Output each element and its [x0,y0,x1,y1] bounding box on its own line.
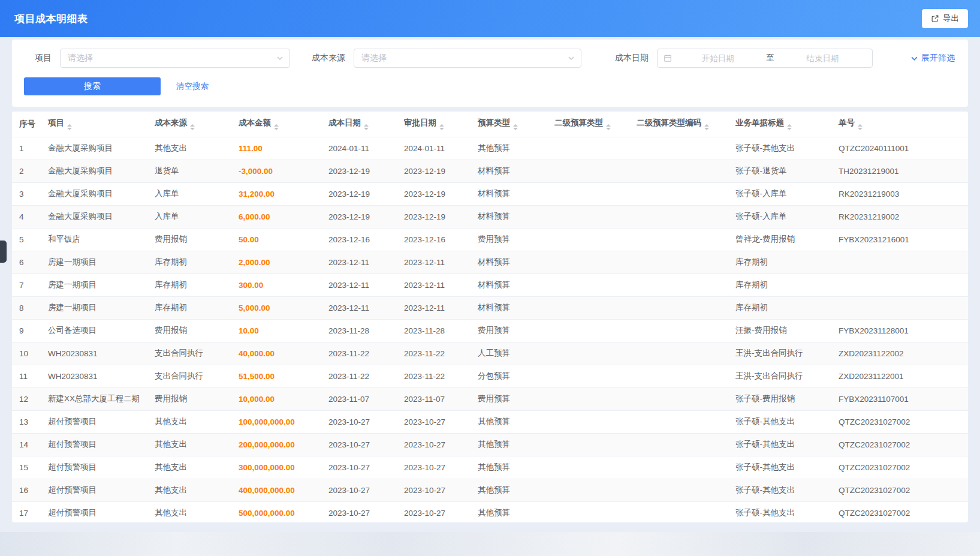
table-cell: 2023-11-22 [321,365,397,387]
table-cell: QTZC20231027002 [831,456,968,479]
table-cell: 40,000.00 [231,342,321,365]
table-cell: 超付预警项目 [41,456,147,479]
column-header-7[interactable]: 二级预算类型 [547,112,629,137]
table-cell: 张子硕-其他支出 [728,410,831,433]
table-cell: 2023-12-11 [397,296,471,319]
table-cell [831,274,968,296]
table-cell [629,251,728,274]
column-header-3[interactable]: 成本金额 [231,112,321,137]
table-row[interactable]: 5和平饭店费用报销50.002023-12-162023-12-16费用预算曾祥… [12,228,968,251]
table-cell [547,296,629,319]
sort-carets-icon[interactable] [190,124,195,130]
sort-carets-icon[interactable] [274,124,279,130]
background-band [0,532,980,556]
table-cell [547,387,629,410]
table-cell: 超付预警项目 [41,501,147,522]
sort-carets-icon[interactable] [606,124,611,130]
table-row[interactable]: 13超付预警项目其他支出100,000,000.002023-10-272023… [12,410,968,433]
table-cell [629,319,728,342]
table-cell: 2 [12,160,41,182]
column-label: 成本来源 [155,118,187,127]
table-cell: 张子硕-其他支出 [728,137,831,160]
sort-carets-icon[interactable] [67,124,72,130]
table-cell: 400,000,000.00 [231,479,321,501]
table-row[interactable]: 2金融大厦采购项目退货单-3,000.002023-12-192023-12-1… [12,160,968,182]
table-cell: 其他预算 [471,137,547,160]
column-header-1[interactable]: 项目 [41,112,147,137]
table-cell: 库存期初 [147,274,231,296]
table-row[interactable]: 10WH20230831支出合同执行40,000.002023-11-22202… [12,342,968,365]
column-label: 单号 [839,118,855,127]
table-cell: 费用预算 [471,387,547,410]
search-button[interactable]: 搜索 [24,77,161,95]
table-cell: 其他支出 [147,137,231,160]
table-row[interactable]: 12新建XX总部大厦工程二期费用报销10,000.002023-11-07202… [12,387,968,410]
table-row[interactable]: 11WH20230831支出合同执行51,500.002023-11-22202… [12,365,968,387]
table-row[interactable]: 1金融大厦采购项目其他支出111.002024-01-112024-01-11其… [12,137,968,160]
table-row[interactable]: 9公司备选项目费用报销10.002023-11-282023-11-28费用预算… [12,319,968,342]
column-header-6[interactable]: 预算类型 [471,112,547,137]
table-cell: 2023-11-07 [321,387,397,410]
sort-carets-icon[interactable] [364,124,369,130]
table-cell [629,410,728,433]
column-header-10[interactable]: 单号 [831,112,968,137]
table-cell: FYBX20231107001 [831,387,968,410]
table-cell: 其他支出 [147,479,231,501]
table-cell: 6,000.00 [231,205,321,228]
table-row[interactable]: 6房建一期项目库存期初2,000.002023-12-112023-12-11材… [12,251,968,274]
table-row[interactable]: 7房建一期项目库存期初300.002023-12-112023-12-11材料预… [12,274,968,296]
table-cell: 人工预算 [471,342,547,365]
table-cell: 2,000.00 [231,251,321,274]
sidebar-toggle-handle[interactable] [0,241,7,263]
table-cell [547,251,629,274]
column-label: 成本日期 [328,118,361,127]
sort-carets-icon[interactable] [439,124,444,130]
table-cell: 汪振-费用报销 [728,319,831,342]
sort-carets-icon[interactable] [704,124,709,130]
export-button[interactable]: 导出 [922,9,968,28]
table-row[interactable]: 8房建一期项目库存期初5,000.002023-12-112023-12-11材… [12,296,968,319]
table-cell: 16 [12,479,41,501]
sort-carets-icon[interactable] [858,124,863,130]
sort-carets-icon[interactable] [513,124,518,130]
table-cell: 2023-12-16 [321,228,397,251]
table-row[interactable]: 3金融大厦采购项目入库单31,200.002023-12-192023-12-1… [12,182,968,205]
filter-date: 成本日期 至 [581,49,873,68]
table-cell: 2023-10-27 [397,479,471,501]
table-cell [547,342,629,365]
column-header-4[interactable]: 成本日期 [321,112,397,137]
sort-carets-icon[interactable] [787,124,792,130]
clear-search-link[interactable]: 清空搜索 [176,81,209,92]
table-head-row: 序号项目成本来源成本金额成本日期审批日期预算类型二级预算类型二级预算类型编码业务… [12,112,968,137]
table-cell: 材料预算 [471,251,547,274]
table-cell: 50.00 [231,228,321,251]
expand-filter-link[interactable]: 展开筛选 [910,53,956,64]
column-header-2[interactable]: 成本来源 [147,112,231,137]
table-row[interactable]: 4金融大厦采购项目入库单6,000.002023-12-192023-12-19… [12,205,968,228]
table-cell: 费用预算 [471,228,547,251]
table-cell: 2023-10-27 [321,433,397,456]
table-cell: 超付预警项目 [41,410,147,433]
table-cell: 材料预算 [471,205,547,228]
table-cell: 其他预算 [471,479,547,501]
column-header-8[interactable]: 二级预算类型编码 [629,112,728,137]
end-date-input[interactable] [779,53,866,64]
calendar-icon [664,54,672,62]
column-header-5[interactable]: 审批日期 [397,112,471,137]
table-cell [547,182,629,205]
date-range-picker[interactable]: 至 [657,49,873,68]
column-header-9[interactable]: 业务单据标题 [728,112,831,137]
table-row[interactable]: 14超付预警项目其他支出200,000,000.002023-10-272023… [12,433,968,456]
table-row[interactable]: 15超付预警项目其他支出300,000,000.002023-10-272023… [12,456,968,479]
table-row[interactable]: 17超付预警项目其他支出500,000,000.002023-10-272023… [12,501,968,522]
table-cell: 房建一期项目 [41,251,147,274]
date-label: 成本日期 [611,53,649,64]
column-label: 序号 [19,119,35,128]
table-row[interactable]: 16超付预警项目其他支出400,000,000.002023-10-272023… [12,479,968,501]
source-select[interactable]: 请选择 [354,49,581,68]
top-header-bar: 项目成本明细表 导出 [0,0,980,37]
project-select[interactable]: 请选择 [60,49,290,68]
table-cell: 2023-10-27 [397,433,471,456]
start-date-input[interactable] [674,53,761,64]
table-cell: 材料预算 [471,296,547,319]
